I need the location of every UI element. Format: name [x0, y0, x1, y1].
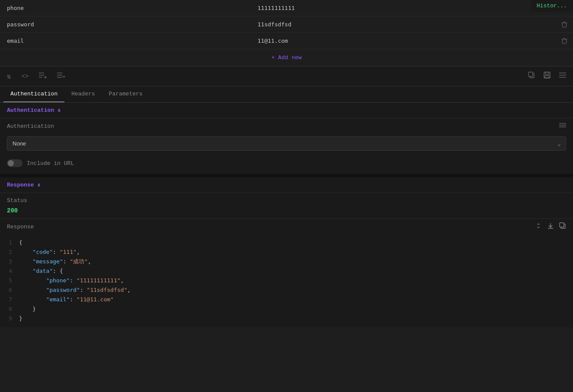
param-rows-container: phone 11111111111 password 11sdfsdfsd em…	[0, 0, 573, 66]
menu-icon[interactable]	[557, 70, 568, 82]
auth-type-select[interactable]: None Bearer Token Basic Auth API Key	[7, 136, 566, 151]
param-row-password: password 11sdfsdfsd	[0, 16, 573, 33]
add-list-icon[interactable]	[37, 70, 48, 82]
history-button[interactable]: Histor...	[531, 0, 573, 12]
code-line-6: 6 "password": "11sdfsdfsd",	[0, 286, 573, 295]
response-icons	[535, 222, 566, 231]
auth-label-row: Authentication	[0, 118, 573, 134]
authentication-section: Authentication ∧ Authentication None Bea…	[0, 103, 573, 174]
svg-rect-9	[528, 72, 533, 76]
param-value-phone: 11111111111	[251, 1, 556, 15]
tab-parameters[interactable]: Parameters	[102, 86, 150, 102]
param-value-password: 11sdfsdfsd	[251, 18, 556, 31]
toolbar-left: ⇅ <>	[5, 70, 67, 82]
status-value: 200	[0, 205, 573, 218]
include-url-label: Include in URL	[27, 160, 74, 167]
code-line-4: 4 "data": {	[0, 267, 573, 276]
code-icon[interactable]: <>	[20, 71, 31, 82]
authentication-section-title: Authentication ∧	[7, 107, 60, 114]
code-line-7: 7 "email": "11@11.com"	[0, 295, 573, 305]
svg-rect-11	[545, 72, 549, 74]
tab-authentication[interactable]: Authentication	[3, 86, 64, 102]
code-line-3: 3 "message": "成功",	[0, 257, 573, 267]
response-section: Response ∧ Status 200 Response	[0, 177, 573, 327]
sort-icon[interactable]: ⇅	[5, 70, 13, 82]
authentication-section-header: Authentication ∧	[0, 103, 573, 118]
auth-menu-icon[interactable]	[559, 123, 566, 130]
include-url-row: Include in URL	[0, 156, 573, 174]
copy-response-icon[interactable]	[559, 222, 566, 231]
tabs-row: Authentication Headers Parameters	[0, 86, 573, 103]
code-line-8: 8 }	[0, 305, 573, 314]
param-row-email: email 11@11.com	[0, 33, 573, 49]
add-new-button[interactable]: + Add new	[0, 49, 573, 66]
response-section-header: Response ∧	[0, 177, 573, 193]
status-label: Status	[0, 193, 573, 205]
code-line-9: 9 }	[0, 314, 573, 324]
include-url-toggle[interactable]	[7, 159, 22, 167]
code-line-5: 5 "phone": "11111111111",	[0, 276, 573, 286]
toolbar-right	[526, 70, 568, 82]
response-label-row: Response	[0, 218, 573, 235]
auth-select-wrapper: None Bearer Token Basic Auth API Key	[7, 136, 566, 151]
svg-rect-22	[560, 223, 564, 227]
section-divider	[0, 174, 573, 177]
response-title-text: Response	[7, 182, 34, 188]
auth-label: Authentication	[7, 123, 54, 130]
code-line-2: 2 "code": "111",	[0, 248, 573, 257]
param-key-email: email	[0, 34, 251, 47]
toolbar: ⇅ <>	[0, 66, 573, 86]
tab-headers[interactable]: Headers	[64, 86, 102, 102]
collapse-icon[interactable]: ∧	[57, 107, 60, 114]
param-delete-password[interactable]	[556, 18, 573, 32]
code-line-1: 1 {	[0, 238, 573, 248]
expand-icon[interactable]	[535, 222, 542, 231]
response-collapse-icon[interactable]: ∧	[37, 182, 40, 188]
auth-select-row: None Bearer Token Basic Auth API Key	[0, 134, 573, 156]
copy-icon[interactable]	[526, 70, 537, 82]
param-row-phone: phone 11111111111	[0, 0, 573, 16]
authentication-title-text: Authentication	[7, 107, 54, 114]
trash-icon	[561, 38, 567, 44]
svg-rect-12	[545, 76, 549, 78]
param-key-password: password	[0, 18, 251, 31]
download-icon[interactable]	[547, 222, 554, 231]
param-delete-email[interactable]	[556, 34, 573, 48]
check-list-icon[interactable]	[55, 70, 67, 82]
param-key-phone: phone	[0, 1, 251, 15]
response-section-title: Response ∧	[7, 182, 41, 188]
response-code-block: 1 { 2 "code": "111", 3 "message": "成功", …	[0, 235, 573, 327]
trash-icon	[561, 21, 567, 28]
response-label: Response	[7, 224, 34, 230]
param-value-email: 11@11.com	[251, 34, 556, 47]
save-icon[interactable]	[542, 70, 552, 82]
